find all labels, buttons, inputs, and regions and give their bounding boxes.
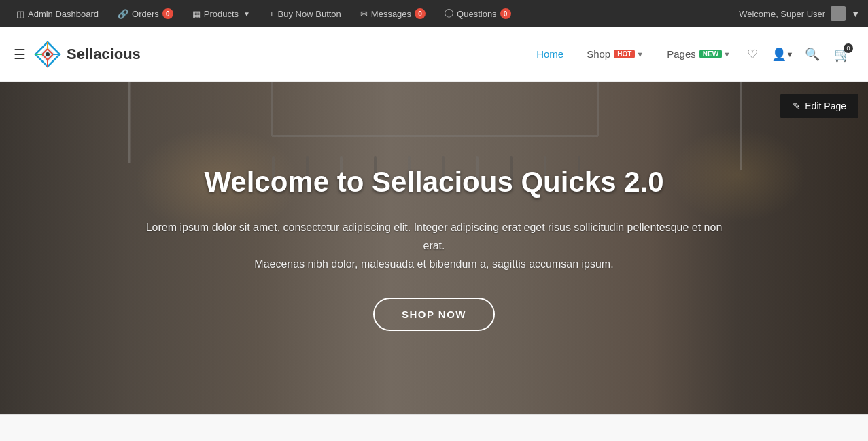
wishlist-button[interactable]: ♡	[740, 42, 765, 67]
admin-user-chevron-icon[interactable]: ▼	[851, 9, 860, 19]
hero-desc-line2: Maecenas nibh dolor, malesuada et bibend…	[254, 258, 613, 270]
admin-orders-label: Orders	[132, 9, 159, 19]
orders-icon: 🔗	[118, 9, 128, 19]
admin-dashboard-link[interactable]: ◫ Admin Dashboard	[8, 0, 107, 27]
nav-pages-dropdown[interactable]: Pages NEW ▼	[657, 43, 740, 65]
hero-description: Lorem ipsum dolor sit amet, consectetur …	[142, 218, 727, 274]
search-icon: 🔍	[805, 47, 820, 62]
shop-now-button[interactable]: SHOP NOW	[373, 298, 495, 331]
hero-title: Welcome to Sellacious Quicks 2.0	[142, 165, 727, 199]
messages-badge: 0	[415, 8, 426, 19]
products-icon: ▦	[192, 9, 201, 19]
admin-bar: ◫ Admin Dashboard 🔗 Orders 0 ▦ Products …	[0, 0, 868, 27]
nav-shop-chevron-icon: ▼	[636, 50, 644, 58]
admin-buy-now-link[interactable]: + Buy Now Button	[261, 0, 349, 27]
products-chevron-icon: ▼	[243, 10, 250, 18]
cart-button[interactable]: 🛒 0	[830, 42, 854, 67]
navbar-menu: Home Shop HOT ▼ Pages NEW ▼	[527, 43, 740, 65]
orders-badge: 0	[162, 8, 173, 19]
admin-bar-right: Welcome, Super User ▼	[739, 6, 860, 21]
nav-pages-label: Pages	[667, 48, 696, 60]
nav-pages-chevron-icon: ▼	[723, 50, 731, 58]
user-account-button[interactable]: 👤 ▼	[770, 42, 795, 67]
nav-shop-label: Shop	[587, 48, 610, 60]
sellacious-logo-icon	[34, 41, 61, 68]
plus-icon: +	[269, 9, 275, 19]
admin-bar-left: ◫ Admin Dashboard 🔗 Orders 0 ▦ Products …	[8, 0, 739, 27]
nav-pages-badge: NEW	[699, 50, 722, 58]
edit-page-label: Edit Page	[805, 101, 846, 111]
nav-home-link[interactable]: Home	[527, 43, 573, 65]
bottom-strip	[0, 414, 868, 441]
admin-dashboard-label: Admin Dashboard	[28, 9, 99, 19]
hero-section: Welcome to Sellacious Quicks 2.0 Lorem i…	[0, 82, 868, 414]
admin-questions-link[interactable]: ⓘ Questions 0	[436, 0, 519, 27]
user-icon: 👤	[771, 47, 786, 62]
admin-welcome-text: Welcome, Super User	[739, 9, 825, 19]
edit-icon: ✎	[793, 101, 801, 111]
admin-messages-label: Messages	[371, 9, 411, 19]
admin-buy-now-label: Buy Now Button	[278, 9, 341, 19]
navbar-logo-text: Sellacious	[67, 46, 141, 63]
admin-products-link[interactable]: ▦ Products ▼	[184, 0, 258, 27]
admin-user-avatar	[831, 6, 846, 21]
navbar-logo: Sellacious	[34, 41, 527, 68]
dashboard-icon: ◫	[16, 9, 24, 19]
hamburger-menu-button[interactable]: ☰	[14, 46, 26, 63]
nav-shop-dropdown[interactable]: Shop HOT ▼	[577, 43, 653, 65]
messages-icon: ✉	[360, 9, 368, 19]
nav-shop-badge: HOT	[614, 50, 635, 58]
admin-messages-link[interactable]: ✉ Messages 0	[352, 0, 434, 27]
user-chevron-icon: ▼	[786, 50, 794, 58]
admin-questions-label: Questions	[457, 9, 497, 19]
edit-page-button[interactable]: ✎ Edit Page	[780, 94, 858, 118]
questions-badge: 0	[500, 8, 511, 19]
cart-badge: 0	[844, 43, 853, 53]
questions-icon: ⓘ	[445, 7, 453, 20]
search-button[interactable]: 🔍	[800, 42, 824, 67]
navbar: ☰ Sellacious Home Shop HOT ▼ Pages NEW ▼…	[0, 27, 868, 82]
admin-orders-link[interactable]: 🔗 Orders 0	[109, 0, 181, 27]
navbar-icons: ♡ 👤 ▼ 🔍 🛒 0	[740, 42, 854, 67]
svg-point-3	[46, 52, 50, 56]
hero-desc-line1: Lorem ipsum dolor sit amet, consectetur …	[146, 222, 723, 251]
admin-products-label: Products	[204, 9, 239, 19]
hero-content: Welcome to Sellacious Quicks 2.0 Lorem i…	[128, 152, 740, 345]
